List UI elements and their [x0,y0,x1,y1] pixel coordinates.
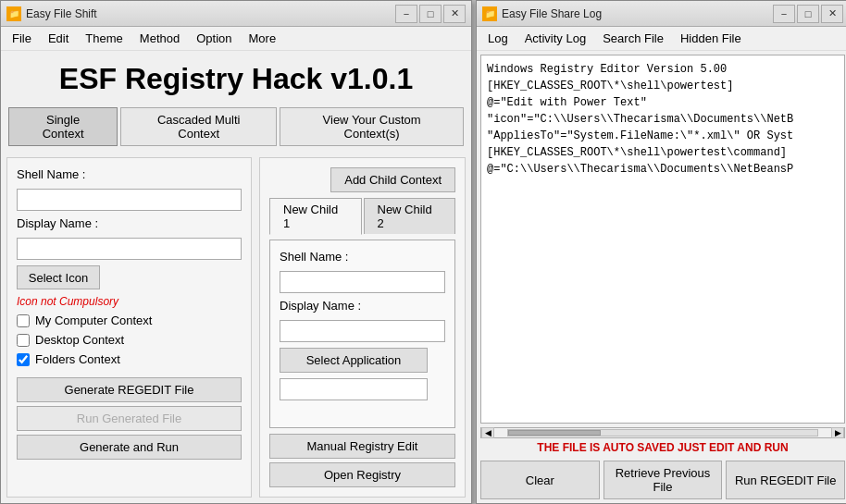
log-line-4: "icon"="C:\\Users\\Thecarisma\\Documents… [487,111,839,128]
manual-buttons: Manual Registry Edit Open Registry [269,434,455,487]
log-content-area: Windows Registry Editor Version 5.00 [HK… [480,55,845,424]
log-line-7: [HKEY_CLASSES_ROOT\*\shell\powertest\com… [487,144,839,161]
folders-context-checkbox[interactable] [17,353,30,366]
content-area: Shell Name : Display Name : Select Icon … [1,152,471,503]
tab-view-custom[interactable]: View Your Custom Context(s) [280,107,464,146]
display-name-label: Display Name : [17,216,242,230]
menu-option[interactable]: Option [189,29,239,48]
left-panel: Shell Name : Display Name : Select Icon … [6,157,252,498]
log-footer-buttons: Clear Retrieve Previous File Run REGEDIT… [477,457,846,503]
maximize-button[interactable]: □ [419,5,442,23]
close-button[interactable]: ✕ [443,5,466,23]
child-shell-name-input[interactable] [280,271,445,293]
child-tabs: New Child 1 New Child 2 [269,198,455,234]
log-line-2: [HKEY_CLASSES_ROOT\*\shell\powertest] [487,78,839,94]
child-tab-1[interactable]: New Child 1 [269,198,362,235]
log-window-title: Easy File Share Log [502,7,773,20]
log-app-icon: 📁 [482,6,497,21]
child-shell-name-label: Shell Name : [280,250,445,264]
menu-edit[interactable]: Edit [41,29,76,48]
title-bar: 📁 Easy File Shift − □ ✕ [1,1,471,27]
scrollbar-left-arrow[interactable]: ◀ [481,427,494,438]
child-display-name-label: Display Name : [280,299,445,313]
child-content: Shell Name : Display Name : Select Appli… [269,240,455,428]
display-name-input[interactable] [17,238,242,260]
log-menu-bar: Log Activity Log Search File Hidden File [477,27,846,51]
folders-context-label: Folders Context [35,352,120,366]
menu-more[interactable]: More [242,29,284,48]
scrollbar-track [507,429,818,436]
select-icon-button[interactable]: Select Icon [17,265,100,289]
menu-method[interactable]: Method [132,29,187,48]
log-menu-search[interactable]: Search File [595,29,671,48]
scrollbar-right-arrow[interactable]: ▶ [831,427,844,438]
log-line-5: "AppliesTo"="System.FileName:\"*.xml\" O… [487,128,839,144]
open-registry-button[interactable]: Open Registry [269,462,455,487]
log-minimize-button[interactable]: − [773,5,795,23]
manual-registry-edit-button[interactable]: Manual Registry Edit [269,434,455,459]
desktop-context-label: Desktop Context [35,333,124,347]
log-window-controls: − □ ✕ [773,5,843,23]
log-line-3: @="Edit with Power Text" [487,94,839,111]
tab-cascaded-multi[interactable]: Cascaded Multi Context [120,107,277,146]
select-app-input[interactable] [280,378,428,400]
log-maximize-button[interactable]: □ [797,5,819,23]
desktop-context-checkbox[interactable] [17,334,30,347]
tab-single-context[interactable]: Single Context [8,107,118,146]
my-computer-context-row: My Computer Context [17,313,242,327]
log-close-button[interactable]: ✕ [821,5,843,23]
shell-name-label: Shell Name : [17,167,242,181]
minimize-button[interactable]: − [395,5,417,23]
retrieve-previous-file-button[interactable]: Retrieve Previous File [603,461,723,499]
shell-name-input[interactable] [17,189,242,211]
log-horizontal-scrollbar[interactable]: ◀ ▶ [480,427,845,438]
log-menu-activity[interactable]: Activity Log [517,29,593,48]
main-window: 📁 Easy File Shift − □ ✕ File Edit Theme … [0,0,472,504]
log-menu-log[interactable]: Log [480,29,516,48]
window-controls: − □ ✕ [395,5,466,23]
log-window: 📁 Easy File Share Log − □ ✕ Log Activity… [476,0,846,504]
child-display-name-input[interactable] [280,320,445,342]
context-tab-row: Single Context Cascaded Multi Context Vi… [1,104,471,152]
app-icon: 📁 [6,6,21,21]
menu-theme[interactable]: Theme [78,29,130,48]
folders-context-row: Folders Context [17,352,242,366]
menu-file[interactable]: File [5,29,39,48]
menu-bar: File Edit Theme Method Option More [1,27,471,51]
my-computer-context-label: My Computer Context [35,313,152,327]
run-generated-button[interactable]: Run Generated File [17,406,242,431]
desktop-context-row: Desktop Context [17,333,242,347]
my-computer-context-checkbox[interactable] [17,314,30,327]
app-heading: ESF Registry Hack v1.0.1 [1,51,471,104]
icon-note: Icon not Cumpulsory [17,295,242,308]
scrollbar-thumb[interactable] [508,430,601,436]
action-buttons: Generate REGEDIT File Run Generated File… [17,377,242,460]
child-tab-2[interactable]: New Child 2 [364,198,456,234]
generate-and-run-button[interactable]: Generate and Run [17,435,242,460]
log-status-text: THE FILE IS AUTO SAVED JUST EDIT AND RUN [477,438,846,457]
log-menu-hidden[interactable]: Hidden File [673,29,749,48]
select-application-button[interactable]: Select Application [280,348,428,373]
right-panel: Add Child Context New Child 1 New Child … [259,157,466,498]
window-title: Easy File Shift [26,7,395,20]
log-line-8: @="C:\\Users\\Thecarisma\\Documents\\Net… [487,161,839,178]
clear-button[interactable]: Clear [480,461,600,499]
generate-regedit-button[interactable]: Generate REGEDIT File [17,377,242,402]
log-line-0: Windows Registry Editor Version 5.00 [487,61,839,78]
log-title-bar: 📁 Easy File Share Log − □ ✕ [477,1,846,27]
run-regedit-file-button[interactable]: Run REGEDIT File [726,461,845,499]
add-child-context-button[interactable]: Add Child Context [330,167,455,192]
